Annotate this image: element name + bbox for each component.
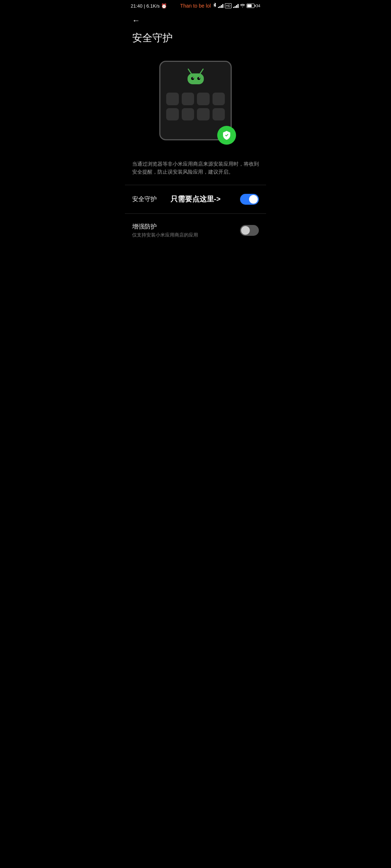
notification-text: Than to be lol xyxy=(180,3,211,9)
divider-1 xyxy=(125,185,266,185)
toggle-slider-2 xyxy=(240,225,259,236)
enhanced-protection-label: 增强防护 xyxy=(132,222,240,231)
app-icon-7 xyxy=(197,108,210,121)
status-icons: HD 34 xyxy=(213,3,260,9)
signal-bars-2 xyxy=(233,4,239,8)
svg-line-1 xyxy=(200,69,203,73)
enhanced-protection-content: 增强防护 仅支持安装小米应用商店的应用 xyxy=(132,222,240,238)
svg-point-5 xyxy=(193,77,193,78)
back-button[interactable]: ← xyxy=(125,10,266,28)
bluetooth-icon xyxy=(213,3,216,9)
app-icon-3 xyxy=(197,93,210,105)
toggle-slider xyxy=(240,194,259,205)
clock-icon: ⏰ xyxy=(161,3,167,9)
app-icon-8 xyxy=(213,108,225,121)
svg-point-6 xyxy=(199,77,199,78)
annotation-text: 只需要点这里-> xyxy=(171,194,220,204)
back-arrow-icon: ← xyxy=(132,16,140,25)
time-text: 21:40 | 6.1K/s xyxy=(131,3,160,9)
app-grid xyxy=(166,93,225,120)
enhanced-protection-toggle[interactable] xyxy=(240,225,259,236)
app-icon-4 xyxy=(213,93,225,105)
svg-rect-2 xyxy=(188,73,204,84)
svg-point-3 xyxy=(191,77,194,80)
device-frame xyxy=(159,61,232,140)
app-icon-2 xyxy=(182,93,194,105)
security-guard-row: 安全守护 只需要点这里-> xyxy=(125,187,266,212)
shield-badge xyxy=(217,126,236,145)
enhanced-protection-sublabel: 仅支持安装小米应用商店的应用 xyxy=(132,232,240,238)
svg-line-0 xyxy=(188,69,191,73)
battery-level: 34 xyxy=(256,4,260,8)
signal-bars-1 xyxy=(218,4,223,8)
enhanced-protection-row: 增强防护 仅支持安装小米应用商店的应用 xyxy=(125,215,266,246)
app-icon-6 xyxy=(182,108,194,121)
hd-badge: HD xyxy=(225,3,232,9)
android-robot-icon xyxy=(184,68,207,88)
svg-point-4 xyxy=(197,77,200,80)
page-title: 安全守护 xyxy=(125,28,266,54)
app-icon-1 xyxy=(166,93,179,105)
divider-2 xyxy=(125,213,266,214)
app-icon-5 xyxy=(166,108,179,121)
security-guard-toggle[interactable] xyxy=(240,194,259,205)
battery-icon xyxy=(247,4,255,8)
illustration-container xyxy=(125,54,266,151)
status-time: 21:40 | 6.1K/s ⏰ xyxy=(131,3,167,9)
description-text: 当通过浏览器等非小米应用商店来源安装应用时，将收到安全提醒，防止误安装风险应用，… xyxy=(125,151,266,183)
status-bar: 21:40 | 6.1K/s ⏰ Than to be lol HD xyxy=(125,0,266,10)
wifi-icon xyxy=(240,3,245,8)
